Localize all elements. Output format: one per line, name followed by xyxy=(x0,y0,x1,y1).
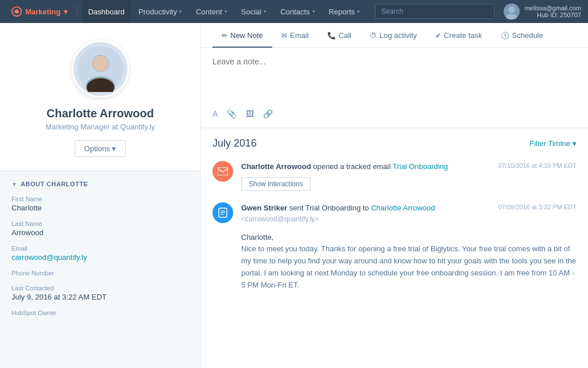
contact-name: Charlotte Arrowood xyxy=(11,107,189,120)
timeline-header: July 2016 Filter Timlne ▾ xyxy=(212,137,577,150)
content-link[interactable]: Content ▾ xyxy=(190,0,233,23)
timeline-month: July 2016 xyxy=(212,137,257,150)
timeline-event-content: Charlotte Arrowood opened a tracked emai… xyxy=(241,161,577,191)
svg-point-9 xyxy=(92,56,108,71)
social-link[interactable]: Social ▾ xyxy=(235,0,272,23)
email-time: 07/09/2016 at 3:22 PM EDT xyxy=(498,202,577,210)
filter-chevron: ▾ xyxy=(572,139,577,148)
new-note-icon: ✏ xyxy=(222,32,227,40)
hubspot-owner-label: HubSpot Owner xyxy=(11,309,189,316)
show-interactions-button[interactable]: Show interactions xyxy=(241,177,311,191)
schedule-icon: 🕐 xyxy=(501,32,509,40)
email-recipient-link[interactable]: Charlotte Arrowood xyxy=(371,204,435,212)
last-name-field: Last Name Arrowood xyxy=(11,220,189,237)
tab-schedule[interactable]: 🕐 Schedule xyxy=(492,23,552,48)
phone-label: Phone Number xyxy=(11,270,189,277)
timeline-event-text: Charlotte Arrowood opened a tracked emai… xyxy=(241,161,448,172)
link-icon[interactable]: 🔗 xyxy=(263,109,273,118)
format-text-icon[interactable]: A xyxy=(212,109,218,118)
svg-point-1 xyxy=(14,9,18,13)
tab-create-task[interactable]: ✔ Create task xyxy=(426,23,491,48)
image-icon[interactable]: 🖼 xyxy=(246,109,254,118)
collapse-icon[interactable]: ▼ xyxy=(11,181,17,187)
options-button[interactable]: Options ▾ xyxy=(75,140,126,157)
log-activity-icon: ⏱ xyxy=(370,32,377,40)
user-hub: Hub ID: 250707 xyxy=(524,12,581,18)
timeline-email-content: Gwen Striker sent Trial Onboarding to Ch… xyxy=(241,202,577,292)
timeline-item: Gwen Striker sent Trial Onboarding to Ch… xyxy=(212,202,577,292)
note-area: A 📎 🖼 🔗 xyxy=(201,48,588,128)
timeline-item: Charlotte Arrowood opened a tracked emai… xyxy=(212,161,577,191)
svg-point-3 xyxy=(506,14,517,20)
options-label: Options xyxy=(84,144,110,153)
email-body: Nice to meet you today. Thanks for openi… xyxy=(241,243,577,291)
contact-header: Charlotte Arrowood Marketing Manager at … xyxy=(0,23,200,171)
first-name-value: Charlotte xyxy=(11,204,189,212)
reports-link[interactable]: Reports ▾ xyxy=(323,0,366,23)
tab-call-label: Call xyxy=(339,31,351,40)
reports-label: Reports xyxy=(329,7,355,16)
create-task-icon: ✔ xyxy=(435,32,441,40)
tab-log-activity-label: Log activity xyxy=(380,31,417,40)
last-name-value: Arrowood xyxy=(11,228,189,237)
tab-schedule-label: Schedule xyxy=(512,31,543,40)
email-label: Email xyxy=(11,245,189,252)
filter-timeline-link[interactable]: Filter Timlne ▾ xyxy=(529,139,577,148)
tab-log-activity[interactable]: ⏱ Log activity xyxy=(361,23,426,48)
activity-tabs: ✏ New Note ✉ Email 📞 Call ⏱ Log activity… xyxy=(201,23,588,48)
doc-event-icon xyxy=(212,202,233,223)
svg-rect-10 xyxy=(218,167,228,175)
contact-title: Marketing Manager at Quantify.ly xyxy=(11,122,189,131)
tab-call[interactable]: 📞 Call xyxy=(318,23,361,48)
last-contacted-field: Last Contacted July 9, 2016 at 3:22 AM E… xyxy=(11,285,189,301)
note-input[interactable] xyxy=(212,57,577,103)
contacts-chevron: ▾ xyxy=(312,9,315,14)
event-action: opened a tracked email xyxy=(313,162,393,171)
dashboard-label: Dashboard xyxy=(88,7,125,16)
user-info: melissa@gmail.com Hub ID: 250707 xyxy=(504,3,581,20)
tab-new-note[interactable]: ✏ New Note xyxy=(212,23,272,48)
social-label: Social xyxy=(241,7,261,16)
email-tab-icon: ✉ xyxy=(281,32,287,40)
about-header: ▼ ABOUT CHARLOTTE xyxy=(11,181,189,187)
filter-label: Filter Timlne xyxy=(529,139,570,148)
note-toolbar: A 📎 🖼 🔗 xyxy=(212,105,577,118)
contact-avatar-image xyxy=(78,46,123,92)
marketing-logo[interactable]: Marketing ▾ xyxy=(7,6,72,17)
options-chevron: ▾ xyxy=(112,144,116,153)
productivity-label: Productivity xyxy=(138,7,177,16)
content-label: Content xyxy=(196,7,222,16)
svg-point-2 xyxy=(508,6,515,13)
timeline-email-main: Gwen Striker sent Trial Onboarding to Ch… xyxy=(241,202,577,225)
reports-chevron: ▾ xyxy=(357,9,360,14)
email-actor: Gwen Striker xyxy=(241,204,287,212)
timeline: July 2016 Filter Timlne ▾ xyxy=(201,128,588,312)
contact-avatar xyxy=(72,40,129,98)
main-content: Charlotte Arrowood Marketing Manager at … xyxy=(0,23,588,368)
event-link[interactable]: Trial Onboarding xyxy=(393,162,448,171)
hubspot-owner-field: HubSpot Owner xyxy=(11,309,189,316)
tab-email[interactable]: ✉ Email xyxy=(272,23,318,48)
email-value[interactable]: carrowood@quantify.ly xyxy=(11,253,87,262)
contacts-link[interactable]: Contacts ▾ xyxy=(274,0,320,23)
avatar xyxy=(504,3,520,20)
last-contacted-value: July 9, 2016 at 3:22 AM EDT xyxy=(11,293,189,301)
dashboard-link[interactable]: Dashboard xyxy=(82,0,130,23)
attach-icon[interactable]: 📎 xyxy=(227,109,237,118)
content-chevron: ▾ xyxy=(225,9,227,14)
last-name-label: Last Name xyxy=(11,220,189,227)
top-navigation: Marketing ▾ Dashboard Productivity ▾ Con… xyxy=(0,0,588,23)
first-name-field: First Name Charlotte xyxy=(11,195,189,212)
tab-new-note-label: New Note xyxy=(230,31,263,40)
about-section: ▼ ABOUT CHARLOTTE First Name Charlotte L… xyxy=(0,171,200,334)
phone-field: Phone Number xyxy=(11,270,189,277)
email-field: Email carrowood@quantify.ly xyxy=(11,245,189,262)
email-preview: Charlotte, Nice to meet you today. Thank… xyxy=(241,225,577,292)
productivity-link[interactable]: Productivity ▾ xyxy=(133,0,188,23)
envelope-icon xyxy=(218,167,228,175)
search-container xyxy=(375,4,494,19)
search-input[interactable] xyxy=(375,4,494,19)
last-contacted-label: Last Contacted xyxy=(11,285,189,292)
user-email: melissa@gmail.com xyxy=(524,5,581,12)
event-time: 07/10/2016 at 4:33 PM EDT xyxy=(498,161,577,169)
